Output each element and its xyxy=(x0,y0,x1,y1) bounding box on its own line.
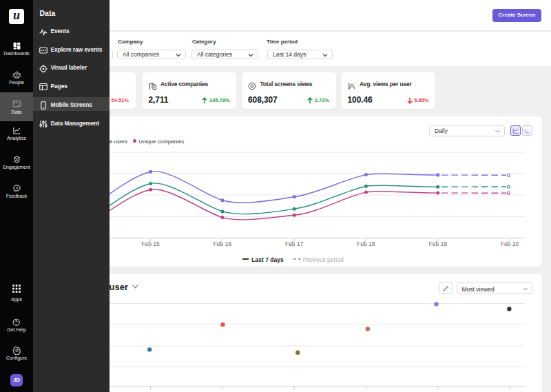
svg-text:Feb 15: Feb 15 xyxy=(141,240,160,247)
svg-text:Feb 16: Feb 16 xyxy=(214,240,232,247)
svg-text:Feb 20: Feb 20 xyxy=(501,240,519,247)
svg-text:Feb 17: Feb 17 xyxy=(285,240,304,247)
svg-text:Feb 19: Feb 19 xyxy=(429,240,448,247)
svg-text:Feb 18: Feb 18 xyxy=(357,240,375,247)
